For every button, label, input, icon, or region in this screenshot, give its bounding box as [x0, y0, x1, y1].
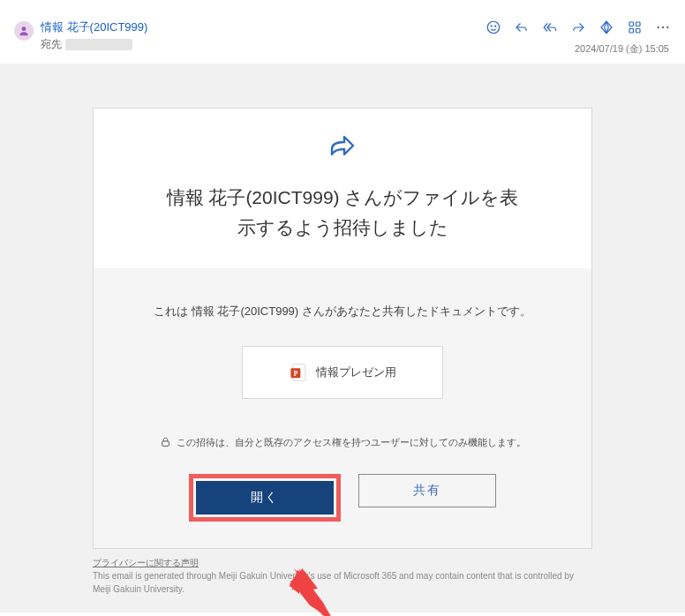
lock-icon — [160, 436, 171, 449]
file-card[interactable]: P 情報プレゼン用 — [242, 346, 443, 399]
svg-text:P: P — [293, 370, 297, 378]
invite-title-line-1: 情報 花子(20ICT999) さんがファイルを表 — [167, 187, 519, 207]
svg-point-8 — [658, 26, 659, 28]
button-row: 開く 共有 — [124, 474, 561, 522]
svg-point-0 — [22, 26, 26, 31]
share-card-body: これは 情報 花子(20ICT999) さんがあなたと共有したドキュメントです。… — [94, 268, 591, 548]
svg-rect-4 — [629, 22, 634, 26]
svg-point-9 — [662, 26, 664, 28]
svg-rect-5 — [636, 22, 641, 26]
sender-name[interactable]: 情報 花子(20ICT999) — [41, 19, 486, 35]
svg-rect-6 — [629, 29, 634, 34]
footer: プライバシーに関する声明 This email is generated thr… — [93, 556, 592, 596]
svg-point-1 — [487, 21, 500, 34]
forward-icon[interactable] — [570, 19, 586, 35]
apps-icon[interactable] — [627, 19, 643, 35]
invite-title: 情報 花子(20ICT999) さんがファイルを表 示するよう招待しました — [129, 183, 556, 242]
recipient-line: 宛先 — [41, 37, 486, 52]
reply-icon[interactable] — [514, 19, 530, 35]
svg-point-3 — [495, 26, 496, 26]
svg-point-2 — [491, 26, 492, 26]
share-arrow-icon — [327, 133, 358, 165]
timestamp: 2024/07/19 (金) 15:05 — [575, 42, 669, 56]
privacy-link[interactable]: プライバシーに関する声明 — [93, 558, 199, 567]
file-name: 情報プレゼン用 — [316, 364, 396, 380]
header-toolbar — [486, 19, 671, 35]
recipient-label: 宛先 — [41, 37, 62, 52]
share-button[interactable]: 共有 — [358, 474, 496, 507]
diamond-icon[interactable] — [598, 19, 614, 35]
share-description: これは 情報 花子(20ICT999) さんがあなたと共有したドキュメントです。 — [124, 304, 561, 319]
svg-rect-7 — [636, 29, 641, 34]
svg-rect-14 — [162, 441, 169, 446]
emoji-icon[interactable] — [486, 19, 501, 35]
footer-text: This email is generated through Meiji Ga… — [93, 571, 574, 594]
avatar — [14, 21, 34, 41]
lock-note-text: この招待は、自分と既存のアクセス権を持つユーザーに対してのみ機能します。 — [177, 436, 526, 449]
open-button[interactable]: 開く — [196, 481, 334, 515]
open-button-highlight: 開く — [189, 474, 341, 522]
sender-block: 情報 花子(20ICT999) 宛先 — [41, 19, 486, 52]
email-body: 情報 花子(20ICT999) さんがファイルを表 示するよう招待しました これ… — [0, 64, 685, 612]
lock-note: この招待は、自分と既存のアクセス権を持つユーザーに対してのみ機能します。 — [124, 436, 561, 449]
invite-title-line-2: 示するよう招待しました — [237, 217, 448, 237]
recipient-redacted — [65, 39, 132, 50]
svg-point-10 — [666, 26, 668, 28]
more-icon[interactable] — [655, 19, 671, 35]
reply-all-icon[interactable] — [542, 19, 558, 35]
share-card-top: 情報 花子(20ICT999) さんがファイルを表 示するよう招待しました — [94, 109, 591, 268]
powerpoint-icon: P — [290, 363, 307, 382]
share-card: 情報 花子(20ICT999) さんがファイルを表 示するよう招待しました これ… — [93, 108, 592, 549]
